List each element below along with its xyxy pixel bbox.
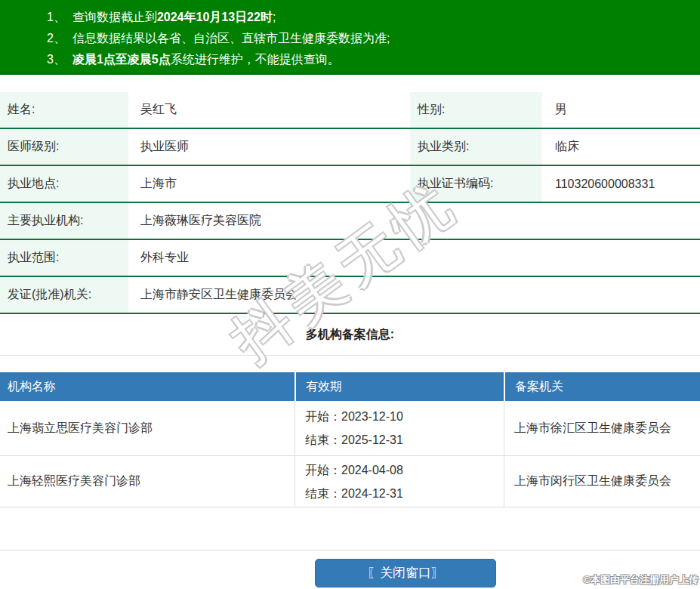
record-validity-period: 开始：2023-12-10 结束：2025-12-31 [294, 401, 504, 455]
notice-line-1: 1、查询数据截止到2024年10月13日22时; [47, 7, 700, 28]
record-row: 上海轻熙医疗美容门诊部 开始：2024-04-08 结束：2024-12-31 … [0, 456, 700, 507]
record-authority: 上海市闵行区卫生健康委员会 [504, 456, 700, 507]
notice-number: 1、 [47, 11, 66, 23]
column-header-validity-period: 有效期 [294, 372, 504, 401]
field-label-gender: 性别: [410, 92, 542, 128]
validity-start-date: 开始：2023-12-10 [305, 405, 504, 428]
field-value-name: 吴红飞 [128, 92, 410, 128]
field-label-main-institution: 主要执业机构: [0, 203, 128, 239]
field-value-practice-scope: 外科专业 [128, 240, 700, 276]
notice-text: ; [273, 11, 276, 23]
validity-end-date: 结束：2025-12-31 [305, 428, 504, 452]
notice-bold-text: 凌晨1点至凌晨5点 [72, 53, 171, 66]
field-value-certificate-number: 110320600008331 [542, 166, 700, 202]
field-value-gender: 男 [542, 92, 700, 128]
multi-org-records-table: 机构名称 有效期 备案机关 上海翡立思医疗美容门诊部 开始：2023-12-10… [0, 372, 700, 507]
notice-number: 2、 [47, 32, 66, 45]
record-row: 上海翡立思医疗美容门诊部 开始：2023-12-10 结束：2025-12-31… [0, 401, 700, 456]
table-row: 执业范围: 外科专业 [0, 240, 700, 277]
table-row: 主要执业机构: 上海薇琳医疗美容医院 [0, 203, 700, 240]
validity-start-date: 开始：2024-04-08 [305, 458, 504, 482]
copyright-watermark: ©本图由平台注册用户上传 [583, 573, 698, 587]
divider-line [0, 355, 700, 356]
record-institution-name: 上海轻熙医疗美容门诊部 [0, 456, 294, 507]
notice-number: 3、 [47, 53, 66, 66]
field-value-practice-location: 上海市 [128, 166, 410, 202]
records-table-header: 机构名称 有效期 备案机关 [0, 372, 700, 401]
field-label-doctor-level: 医师级别: [0, 129, 128, 165]
table-row: 医师级别: 执业医师 执业类别: 临床 [0, 129, 700, 166]
notice-text: 系统进行维护，不能提供查询。 [171, 53, 340, 66]
field-value-issuing-authority: 上海市静安区卫生健康委员会 [128, 277, 700, 313]
notice-line-3: 3、凌晨1点至凌晨5点系统进行维护，不能提供查询。 [47, 49, 700, 70]
field-value-main-institution: 上海薇琳医疗美容医院 [128, 203, 700, 239]
record-validity-period: 开始：2024-04-08 结束：2024-12-31 [294, 456, 504, 507]
close-window-button[interactable]: 〖关闭窗口〗 [315, 559, 496, 587]
field-label-name: 姓名: [0, 92, 128, 128]
notice-banner: 1、查询数据截止到2024年10月13日22时; 2、信息数据结果以各省、自治区… [0, 0, 700, 75]
notice-text: 信息数据结果以各省、自治区、直辖市卫生健康委数据为准; [72, 32, 390, 45]
field-label-practice-location: 执业地点: [0, 166, 128, 202]
notice-text: 查询数据截止到 [72, 11, 157, 23]
field-label-practice-scope: 执业范围: [0, 240, 128, 276]
notice-line-2: 2、信息数据结果以各省、自治区、直辖市卫生健康委数据为准; [47, 28, 700, 49]
table-row: 发证(批准)机关: 上海市静安区卫生健康委员会 [0, 277, 700, 314]
record-institution-name: 上海翡立思医疗美容门诊部 [0, 401, 294, 455]
column-header-record-authority: 备案机关 [504, 372, 700, 401]
field-value-practice-category: 临床 [542, 129, 700, 165]
section-title-multi-org-records: 多机构备案信息: [0, 327, 700, 343]
field-label-practice-category: 执业类别: [410, 129, 542, 165]
practitioner-info-table: 姓名: 吴红飞 性别: 男 医师级别: 执业医师 执业类别: 临床 执业地点: … [0, 92, 700, 314]
validity-end-date: 结束：2024-12-31 [305, 482, 504, 505]
field-value-doctor-level: 执业医师 [128, 129, 410, 165]
divider-line [0, 550, 700, 550]
table-row: 姓名: 吴红飞 性别: 男 [0, 92, 700, 129]
table-row: 执业地点: 上海市 执业证书编码: 110320600008331 [0, 166, 700, 203]
field-label-certificate-number: 执业证书编码: [410, 166, 542, 202]
column-header-institution-name: 机构名称 [0, 372, 294, 401]
field-label-issuing-authority: 发证(批准)机关: [0, 277, 128, 313]
record-authority: 上海市徐汇区卫生健康委员会 [504, 401, 700, 455]
notice-bold-text: 2024年10月13日22时 [157, 11, 273, 23]
